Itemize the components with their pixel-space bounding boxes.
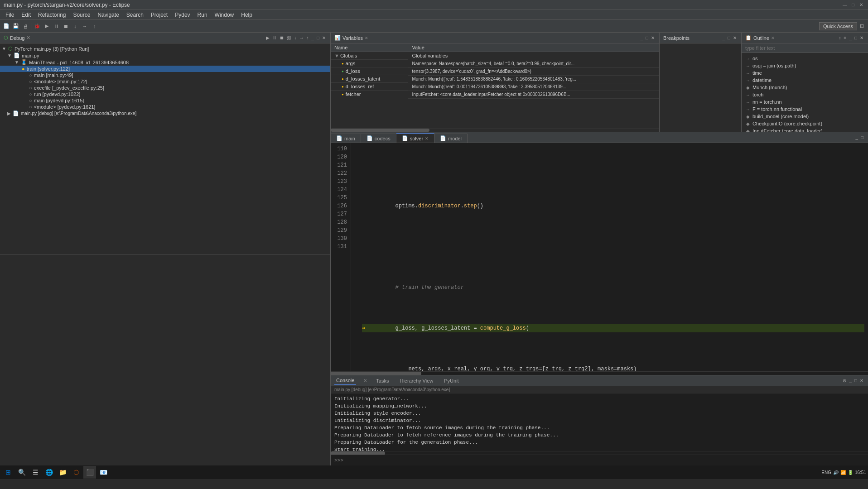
taskbar-battery-icon[interactable]: 🔋	[848, 470, 853, 475]
taskbar-eclipse-btn[interactable]: ⬡	[70, 466, 82, 479]
bp-minimize-btn[interactable]: _	[721, 34, 726, 41]
toolbar-step-into-btn[interactable]: ↓	[71, 22, 80, 31]
toolbar-print-btn[interactable]: 🖨	[21, 22, 30, 31]
menu-source[interactable]: Source	[69, 11, 94, 19]
toolbar-perspective-btn[interactable]: ⊞	[857, 22, 866, 31]
debug-minimize-btn[interactable]: _	[310, 34, 315, 41]
console-tab-console[interactable]: Console	[334, 377, 356, 385]
frame-active-item[interactable]: ● train [solver.py:122]	[0, 66, 330, 72]
toolbar-pause-btn[interactable]: ⏸	[52, 22, 61, 31]
taskbar-explorer-btn[interactable]: 📁	[56, 466, 69, 479]
outline-sort-btn[interactable]: ↕	[838, 34, 842, 41]
process-item-2[interactable]: ▶ 📄 main.py [debug] [e:\ProgramData\Anac…	[0, 110, 330, 117]
taskbar-task-btn[interactable]: ☰	[29, 466, 42, 479]
debug-suspend-btn[interactable]: ⏸	[271, 34, 278, 41]
debug-step-return-btn[interactable]: ↑	[305, 34, 309, 41]
outline-datetime[interactable]: → datetime	[742, 77, 868, 84]
taskbar-edge-btn[interactable]: 🌐	[43, 466, 55, 479]
taskbar-mail-btn[interactable]: 📧	[97, 466, 110, 479]
debug-panel-close-btn[interactable]: ✕	[321, 34, 327, 41]
vars-row-dlosses-ref[interactable]: ● d_losses_ref Munch: Munch({'real': 0.0…	[331, 83, 659, 91]
globals-expand-icon[interactable]: ▼	[334, 53, 339, 58]
menu-navigate[interactable]: Navigate	[94, 11, 122, 19]
quick-access-button[interactable]: Quick Access	[819, 22, 857, 30]
debug-step-over-btn[interactable]: →	[298, 34, 304, 41]
console-input-field[interactable]	[345, 458, 864, 463]
frame-item-1[interactable]: ○ main [main.py:49]	[0, 72, 330, 78]
console-maximize-btn[interactable]: □	[854, 377, 858, 384]
taskbar-volume-icon[interactable]: 🔊	[833, 470, 839, 475]
menu-edit[interactable]: Edit	[18, 11, 34, 19]
outline-f[interactable]: → F = torch.nn.functional	[742, 105, 868, 113]
vars-row-dloss[interactable]: ● d_loss tensor(3.3987, device='cuda:0',…	[331, 67, 659, 75]
frame-item-2[interactable]: ○ <module> [main.py:172]	[0, 78, 330, 85]
outline-inputfetcher[interactable]: ◆ InputFetcher (core.data_loader)	[742, 127, 868, 132]
outline-munch[interactable]: ◆ Munch (munch)	[742, 84, 868, 91]
close-button[interactable]: ✕	[858, 2, 864, 8]
minimize-button[interactable]: —	[842, 2, 848, 8]
outline-filter-input[interactable]	[742, 43, 868, 53]
menu-refactoring[interactable]: Refactoring	[34, 11, 69, 19]
tab-solver-close[interactable]: ✕	[425, 136, 429, 141]
menu-pydev[interactable]: Pydev	[171, 11, 193, 19]
outline-checkpointio[interactable]: ◆ CheckpointIO (core.checkpoint)	[742, 120, 868, 127]
frame-item-4[interactable]: ○ run [pydevd.py:1022]	[0, 91, 330, 97]
console-scroll-thumb[interactable]	[331, 451, 385, 455]
process-item[interactable]: ▼ 📄 main.py	[0, 52, 330, 59]
outline-minimize-btn[interactable]: _	[848, 34, 853, 41]
outline-nn[interactable]: → nn = torch.nn	[742, 98, 868, 105]
outline-close-btn[interactable]: ✕	[859, 34, 864, 41]
outline-build-model[interactable]: ◆ build_model (core.model)	[742, 113, 868, 120]
toolbar-debug-btn[interactable]: 🐞	[33, 22, 42, 31]
tab-solver[interactable]: 📄 solver ✕	[396, 133, 434, 143]
console-clear-btn[interactable]: ⊘	[842, 377, 847, 384]
tab-model[interactable]: 📄 model	[434, 134, 468, 143]
console-close-btn[interactable]: ✕	[859, 377, 864, 384]
vars-minimize-btn[interactable]: _	[639, 34, 644, 41]
code-area[interactable]: optims.discriminator.step() # tr	[351, 143, 868, 371]
editor-scrollbar-x[interactable]	[331, 371, 868, 375]
frame-item-5[interactable]: ○ main [pydevd.py:1615]	[0, 97, 330, 104]
outline-hide-fields-btn[interactable]: ≡	[843, 34, 848, 41]
taskbar-cmd-btn[interactable]: ⬛	[83, 466, 96, 479]
console-tab-tasks[interactable]: Tasks	[374, 377, 391, 384]
frame-item-3[interactable]: ○ execfile [_pydev_execfile.py:25]	[0, 85, 330, 91]
menu-file[interactable]: File	[2, 11, 18, 19]
vars-row-globals[interactable]: ▼ Globals Global variables	[331, 52, 659, 60]
debug-terminate-btn[interactable]: ⏹	[279, 34, 285, 41]
taskbar-start-btn[interactable]: ⊞	[2, 466, 14, 479]
console-tab-close[interactable]: ✕	[363, 378, 367, 383]
toolbar-run-btn[interactable]: ▶	[42, 22, 51, 31]
debug-disconnect-btn[interactable]: ⛓	[286, 34, 292, 41]
debug-step-into-btn[interactable]: ↓	[293, 34, 297, 41]
taskbar-network-icon[interactable]: 📶	[840, 470, 846, 475]
toolbar-step-over-btn[interactable]: →	[80, 22, 89, 31]
bp-close-btn[interactable]: ✕	[732, 34, 738, 41]
taskbar-search-btn[interactable]: 🔍	[15, 466, 28, 479]
console-tab-hierarchy[interactable]: Hierarchy View	[398, 377, 435, 384]
editor-minimize-btn[interactable]: _	[854, 134, 859, 141]
vars-maximize-btn[interactable]: □	[645, 34, 649, 41]
console-minimize-btn[interactable]: _	[848, 377, 853, 384]
outline-time[interactable]: → time	[742, 69, 868, 77]
vars-row-dlosses-latent[interactable]: ● d_losses_latent Munch: Munch({'real': …	[331, 75, 659, 83]
outline-ospj[interactable]: → ospj = join (os.path)	[742, 62, 868, 69]
editor-maximize-btn[interactable]: □	[860, 134, 864, 141]
bp-maximize-btn[interactable]: □	[727, 34, 731, 41]
toolbar-step-return-btn[interactable]: ↑	[90, 22, 99, 31]
editor-scrollbar-thumb[interactable]	[331, 372, 421, 375]
debug-session-item[interactable]: ▼ ⬡ PyTorch main.py (3) [Python Run]	[0, 45, 330, 52]
menu-search[interactable]: Search	[123, 11, 147, 19]
vars-scrollbar-thumb[interactable]	[331, 129, 429, 132]
outline-os[interactable]: → os	[742, 55, 868, 62]
tab-main[interactable]: 📄 main	[331, 134, 361, 143]
vars-row-fetcher[interactable]: ● fetcher InputFetcher: <core.data_loade…	[331, 91, 659, 98]
vars-close-btn[interactable]: ✕	[650, 34, 656, 41]
debug-resume-btn[interactable]: ▶	[265, 34, 270, 41]
console-tab-pyunit[interactable]: PyUnit	[442, 377, 460, 384]
thread-item[interactable]: ▼ 🧵 MainThread - pid_14608_id_2613943654…	[0, 59, 330, 66]
console-scrollbar-x[interactable]	[331, 451, 868, 455]
toolbar-new-btn[interactable]: 📄	[2, 22, 11, 31]
tab-codecs[interactable]: 📄 codecs	[361, 134, 396, 143]
menu-help[interactable]: Help	[237, 11, 256, 19]
